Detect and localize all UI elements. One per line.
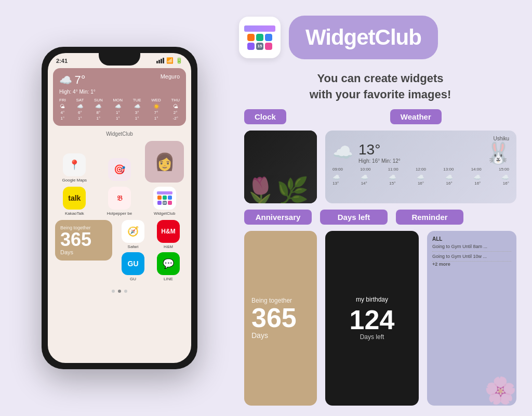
widgetclub-app[interactable]: 15 WidgetClub [145,187,184,216]
kakaotalk-label: KakaoTalk [65,211,84,216]
hotpepper-icon: 𝔅 [108,187,131,210]
logo-dot-2 [256,34,263,41]
signal-icon [156,58,164,63]
weather-widget-preview: Ushiku ☁️ 13° High: 16° Min: 12° 🐰 09:00… [325,131,516,203]
gu-label: GU [130,277,136,281]
widgetclub-icon: 15 [153,187,176,210]
line-label: LINE [164,277,173,281]
anniversary-widget-preview: Being together 365 Days [244,231,317,406]
pw-location: Meguro [161,73,180,80]
clock-widget-preview: 🌷🌿 12 3 6 9 [244,131,317,203]
reminder-widget-preview: ALL Going to Gym Until 8am ... Going to … [427,231,516,406]
countdown-label-badge: Days left [320,210,388,225]
phone-notch [99,53,140,66]
weather-label-badge: Weather [390,109,442,124]
ww-temps-row: 13°14°15°16°16°16°16° [332,181,509,186]
ww-icons-row: ☁️☁️☁️☁️☁️☁️☁️ [332,174,509,181]
app-name: WidgetClub [305,25,421,50]
google-maps-label: Google Maps [62,178,87,183]
rp-item-1: Going to Gym Until 8am ... [432,242,511,252]
rp-flower-decoration: 🌸 [484,375,516,406]
phone-screen: 2:41 📶 🔋 [48,53,191,363]
unknown-icon-1: 🎯 [108,158,131,181]
wifi-icon: 📶 [166,57,174,64]
clock-label-badge: Clock [244,109,286,124]
battery-icon: 🔋 [176,57,183,64]
cp-num: 124 [350,306,395,333]
hm-app[interactable]: H&M H&M [153,220,184,249]
rp-item-2: Going to Gym Until 10w ... [432,252,511,262]
phone-time: 2:41 [56,58,68,64]
hotpepper-label: Hotpepper be [107,211,132,216]
main-container: 2:41 📶 🔋 [0,0,532,416]
countdown-widget-preview: my birthday 124 Days left [325,231,419,406]
logo-top-bar [244,25,275,32]
app-logo: 15 [239,17,281,58]
status-icons: 📶 🔋 [156,57,183,64]
dot-3 [124,290,127,293]
hm-icon: H&M [157,220,180,243]
logo-dot-1 [247,34,255,41]
ap-days: 365 [251,304,310,331]
pw-temp: 7° [74,73,85,86]
logo-dot-4 [247,43,255,50]
ww-minmax: High: 16° Min: 12° [358,158,401,164]
photo-widget: 👩 [145,141,184,183]
phone-dots [53,285,186,297]
gu-icon: GU [122,252,144,275]
rp-more: +2 more [432,262,511,267]
logo-dot-6 [265,43,272,50]
ww-times-row: 09:0010:0011:0012:0013:0014:0015:00 [332,167,509,172]
logo-icons-grid: 15 [247,34,272,50]
header-area: 15 WidgetClub [239,10,522,64]
pa-days-num: 365 [60,230,107,249]
tagline-line1: You can create widgets [239,71,522,87]
reminder-label-badge: Reminder [396,210,463,225]
pw-days: FRI🌤4°1° SAT☁️6°1° SUN☁️8°1° MON☁️1°1° T… [59,98,180,121]
tagline-line2: with your favorite images! [239,87,522,103]
safari-app[interactable]: 🧭 Safari [117,220,149,249]
logo-dot-5: 15 [256,43,263,50]
phone-weather-widget: ☁️ 7° Meguro High: 4° Min: 1° FRI🌤4°1° S… [53,68,186,126]
safari-label: Safari [128,244,139,249]
dot-2 [118,290,121,293]
ww-cloud-icon: ☁️ [332,142,353,162]
phone-section: 2:41 📶 🔋 [10,10,229,406]
line-icon: 💬 [157,252,180,275]
tagline: You can create widgets with your favorit… [239,71,522,103]
ww-rabbit-decoration: 🐰 [485,141,511,165]
line-app[interactable]: 💬 LINE [153,252,184,281]
phone-content: ☁️ 7° Meguro High: 4° Min: 1° FRI🌤4°1° S… [48,66,191,299]
phone-anniversary-widget: Being together 365 Days [55,220,112,261]
widgetclub-label-1: WidgetClub [53,131,186,137]
right-section: 15 WidgetClub You can create widgets wit… [239,10,522,406]
unknown-app-1[interactable]: 🎯 [100,158,139,183]
hotpepper-app[interactable]: 𝔅 Hotpepper be [100,187,139,216]
cp-label: Days left [360,333,384,341]
ww-top-row: ☁️ 13° High: 16° Min: 12° 🐰 [332,141,509,164]
rp-all: ALL [432,236,511,242]
kakaotalk-icon: talk [63,187,86,210]
logo-dot-3 [265,34,272,41]
safari-icon: 🧭 [122,220,144,243]
ww-temp: 13° [358,141,401,158]
ap-label: Days [251,331,310,340]
hm-label: H&M [164,244,173,249]
pw-minmax: High: 4° Min: 1° [59,89,180,95]
phone-mockup: 2:41 📶 🔋 [42,47,197,369]
pw-cloud-icon: ☁️ [59,74,72,86]
dot-1 [112,290,115,293]
google-maps-app[interactable]: 📍 Google Maps [55,153,94,183]
cp-title: my birthday [356,296,388,303]
app-name-badge: WidgetClub [289,16,438,59]
kakaotalk-app[interactable]: talk KakaoTalk [55,187,94,216]
anniversary-label-badge: Anniversary [244,210,312,225]
gu-app[interactable]: GU GU [117,252,149,281]
ww-location: Ushiku [332,136,509,141]
google-maps-icon: 📍 [63,153,86,176]
widgetclub-label-2: WidgetClub [154,211,175,216]
clock-flowers-bg: 🌷🌿 [244,176,317,203]
